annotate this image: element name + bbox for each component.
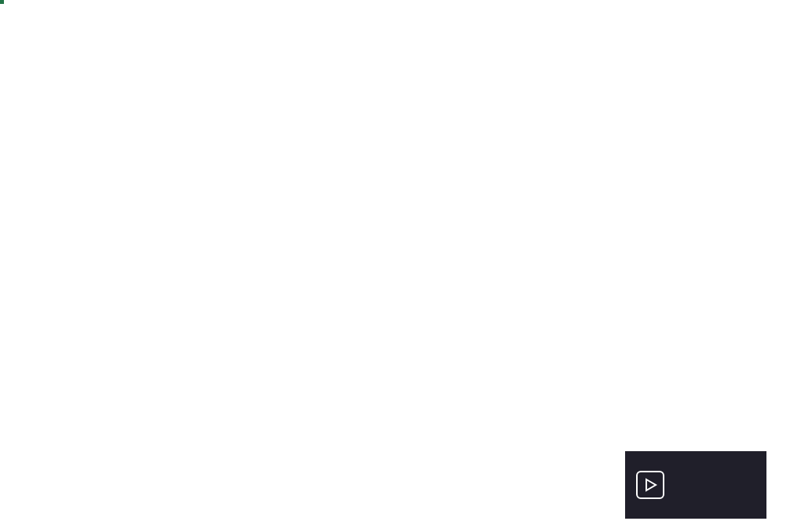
- fill-handle[interactable]: [0, 0, 4, 4]
- play-icon: [636, 471, 664, 499]
- watermark: [625, 451, 766, 519]
- svg-marker-0: [646, 479, 656, 490]
- active-cell-outline: [0, 0, 3, 3]
